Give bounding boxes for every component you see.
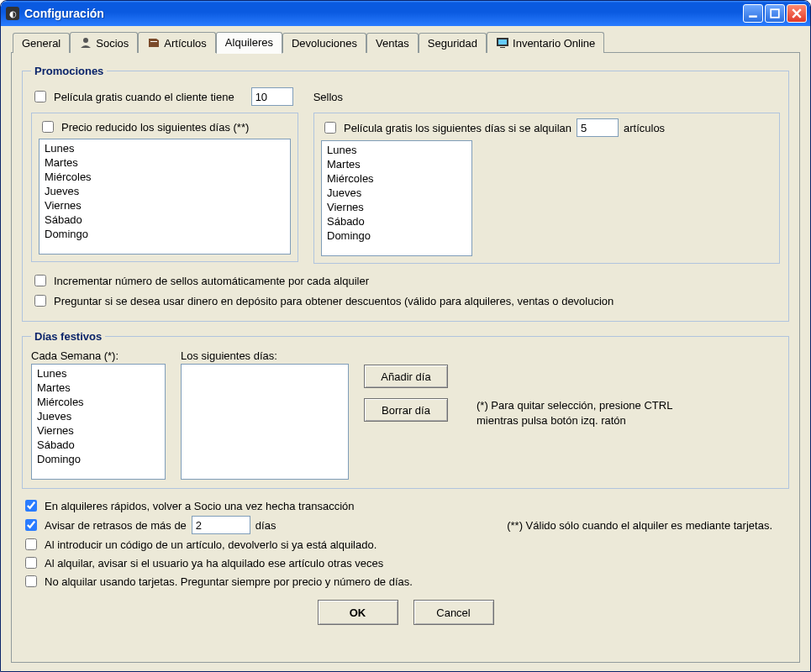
articulos-icon (147, 36, 161, 50)
avisar-retrasos-checkbox[interactable] (25, 519, 37, 531)
svg-point-2 (83, 38, 88, 43)
auto-stamps-label: Incrementar número de sellos automáticam… (54, 275, 369, 287)
bottom-options: En alquileres rápidos, volver a Socio un… (22, 497, 789, 590)
no-tarjetas-checkbox[interactable] (25, 575, 37, 587)
cancel-button[interactable]: Cancel (413, 600, 494, 625)
free-days-checkbox[interactable] (324, 122, 336, 134)
tab-ventas[interactable]: Ventas (366, 33, 419, 53)
reduced-price-subgroup: Precio reducido los siguientes días (**)… (31, 113, 298, 262)
auto-stamps-checkbox[interactable] (34, 275, 46, 286)
list-item[interactable]: Martes (324, 157, 470, 171)
titlebar[interactable]: ◐ Configuración (1, 1, 810, 26)
minimize-button[interactable] (743, 4, 763, 23)
list-item[interactable]: Lunes (41, 141, 288, 155)
cada-semana-label: Cada Semana (*): (31, 349, 166, 362)
avisar-alquilado-checkbox[interactable] (25, 557, 37, 569)
list-item[interactable]: Miércoles (324, 171, 470, 186)
free-days-label-pre: Película gratis los siguientes días si s… (344, 122, 571, 134)
list-item[interactable]: Domingo (41, 227, 288, 241)
list-item[interactable]: Martes (34, 381, 163, 395)
free-days-list[interactable]: LunesMartesMiércolesJuevesViernesSábadoD… (321, 140, 472, 256)
list-item[interactable]: Jueves (34, 409, 163, 423)
window-buttons (743, 4, 807, 23)
rapidos-label: En alquileres rápidos, volver a Socio un… (45, 500, 355, 512)
free-movie-label-pre: Película gratis cuando el cliente tiene (54, 91, 234, 103)
list-item[interactable]: Miércoles (41, 170, 288, 184)
free-days-count-input[interactable] (577, 118, 619, 137)
avisar-alquilado-label: Al alquilar, avisar si el usuario ya ha … (45, 557, 383, 570)
delete-day-button[interactable]: Borrar día (364, 398, 448, 422)
socios-icon (79, 36, 92, 50)
tarjetas-note: (**) Válido sólo cuando el alquiler es m… (507, 519, 772, 532)
list-item[interactable]: Sábado (324, 214, 470, 228)
week-days-list[interactable]: LunesMartesMiércolesJuevesViernesSábadoD… (31, 364, 166, 480)
config-window: ◐ Configuración General Socios Artículos… (0, 0, 811, 672)
tab-label: General (22, 37, 61, 50)
tab-label: Devoluciones (292, 37, 357, 50)
promociones-group: Promociones Película gratis cuando el cl… (22, 65, 789, 322)
list-item[interactable]: Miércoles (34, 395, 163, 409)
inventario-icon (496, 36, 509, 50)
no-tarjetas-label: No alquilar usando tarjetas. Preguntar s… (45, 575, 413, 588)
list-item[interactable]: Domingo (324, 228, 470, 243)
free-movie-label-post: Sellos (313, 91, 343, 103)
devolver-checkbox[interactable] (25, 538, 37, 550)
maximize-button[interactable] (765, 4, 785, 23)
list-item[interactable]: Viernes (324, 200, 470, 214)
reduced-price-checkbox[interactable] (42, 121, 54, 133)
tab-alquileres[interactable]: Alquileres (216, 32, 282, 54)
list-item[interactable]: Jueves (41, 184, 288, 198)
tab-label: Ventas (376, 37, 409, 50)
list-item[interactable]: Domingo (34, 452, 163, 466)
siguientes-dias-label: Los siguientes días: (181, 349, 349, 362)
free-movie-count-input[interactable] (251, 87, 293, 106)
tab-articulos[interactable]: Artículos (138, 32, 216, 53)
tab-label: Inventario Online (513, 37, 595, 50)
tab-strip: General Socios Artículos Alquileres Devo… (11, 31, 800, 53)
dialog-buttons: OK Cancel (22, 591, 789, 628)
free-movie-checkbox[interactable] (34, 91, 46, 102)
close-button[interactable] (787, 4, 807, 23)
reduced-price-days-list[interactable]: LunesMartesMiércolesJuevesViernesSábadoD… (39, 139, 291, 255)
list-item[interactable]: Sábado (41, 213, 288, 227)
add-day-button[interactable]: Añadir día (364, 365, 448, 388)
svg-rect-6 (500, 47, 505, 48)
ctrl-hint-text: (*) Para quitar selección, presione CTRL… (477, 398, 712, 428)
tab-devoluciones[interactable]: Devoluciones (282, 33, 366, 53)
free-days-label-post: artículos (624, 122, 665, 134)
tab-label: Artículos (164, 37, 207, 50)
tab-seguridad[interactable]: Seguridad (419, 33, 487, 53)
tab-label: Alquileres (225, 36, 273, 49)
tab-general[interactable]: General (13, 33, 70, 53)
ask-deposit-checkbox[interactable] (34, 295, 46, 307)
retraso-days-input[interactable] (192, 516, 250, 534)
svg-rect-0 (749, 15, 757, 17)
free-movie-row: Película gratis cuando el cliente tiene … (31, 87, 780, 106)
holiday-days-list[interactable] (181, 364, 349, 480)
rapidos-checkbox[interactable] (25, 500, 37, 512)
avisar-label-post: días (255, 519, 276, 532)
tab-socios[interactable]: Socios (70, 32, 138, 53)
svg-rect-1 (771, 9, 779, 18)
tab-label: Socios (96, 37, 129, 50)
list-item[interactable]: Lunes (324, 143, 470, 157)
list-item[interactable]: Sábado (34, 438, 163, 452)
tab-label: Seguridad (428, 37, 477, 50)
svg-rect-5 (498, 39, 507, 45)
festivos-legend: Días festivos (31, 330, 105, 343)
ask-deposit-label: Preguntar si se desea usar dinero en dep… (54, 295, 614, 307)
list-item[interactable]: Martes (41, 155, 288, 170)
avisar-label-pre: Avisar de retrasos de más de (45, 519, 187, 532)
free-days-subgroup: Película gratis los siguientes días si s… (313, 113, 780, 264)
reduced-price-label: Precio reducido los siguientes días (**) (61, 121, 249, 134)
promociones-legend: Promociones (31, 65, 107, 77)
svg-rect-3 (150, 41, 157, 42)
ok-button[interactable]: OK (318, 600, 398, 625)
list-item[interactable]: Lunes (34, 366, 163, 381)
tab-inventario[interactable]: Inventario Online (487, 32, 604, 53)
list-item[interactable]: Jueves (324, 186, 470, 200)
devolver-label: Al introducir un código de un artículo, … (45, 538, 377, 551)
list-item[interactable]: Viernes (34, 423, 163, 438)
list-item[interactable]: Viernes (41, 198, 288, 213)
festivos-group: Días festivos Cada Semana (*): LunesMart… (22, 330, 789, 489)
